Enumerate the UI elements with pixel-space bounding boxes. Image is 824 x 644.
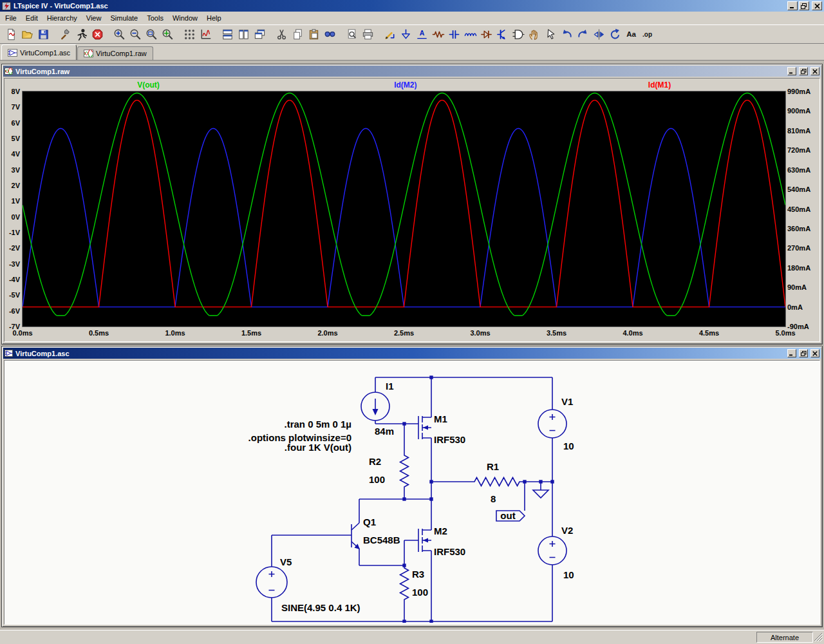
toolbar-separator xyxy=(176,26,182,42)
toolbar-resistor-button[interactable] xyxy=(430,26,446,43)
menu-edit[interactable]: Edit xyxy=(21,12,42,24)
menu-file[interactable]: File xyxy=(1,12,21,24)
directive-tran[interactable]: .tran 0 5m 0 1µ xyxy=(284,419,351,430)
component-v2[interactable]: V2 10 xyxy=(538,525,574,580)
toolbar-print-button[interactable] xyxy=(360,26,376,43)
toolbar-redo-button[interactable] xyxy=(575,26,591,43)
directive-four[interactable]: .four 1K V(out) xyxy=(285,442,351,453)
toolbar-label-net-button[interactable]: A xyxy=(414,26,430,43)
toolbar-zoom-area-button[interactable] xyxy=(144,26,160,43)
schematic-minimize-button[interactable] xyxy=(787,349,796,357)
left-axis-tick: -3V xyxy=(5,260,20,268)
resize-grip[interactable] xyxy=(814,633,823,641)
svg-text:Aa: Aa xyxy=(626,30,636,38)
toolbar-wire-button[interactable] xyxy=(382,26,398,43)
toolbar-open-button[interactable] xyxy=(19,26,35,43)
toolbar-find-button[interactable] xyxy=(322,26,338,43)
mirror-icon xyxy=(592,28,606,41)
ground-symbol[interactable] xyxy=(533,490,548,498)
trace-label-id-m1-[interactable]: Id(M1) xyxy=(648,80,671,90)
zoom-in-icon xyxy=(113,28,126,41)
trace-label-v-out-[interactable]: V(out) xyxy=(137,80,160,90)
schematic-canvas[interactable]: R2 100 R3 100 R1 8 xyxy=(5,361,819,623)
toolbar-ground-button[interactable] xyxy=(398,26,414,43)
toolbar-tile-horizontal-button[interactable] xyxy=(220,26,236,43)
v5-name: V5 xyxy=(280,556,292,567)
toolbar-paste-button[interactable] xyxy=(306,26,322,43)
r2-name: R2 xyxy=(369,456,381,467)
toolbar-diode-button[interactable] xyxy=(478,26,494,43)
left-axis-tick: 8V xyxy=(5,88,20,95)
wire-icon xyxy=(383,28,397,41)
toolbar-copy-button[interactable] xyxy=(290,26,306,43)
toolbar-mirror-button[interactable] xyxy=(591,26,607,43)
menu-simulate[interactable]: Simulate xyxy=(106,12,142,24)
toolbar-component-button[interactable] xyxy=(510,26,527,43)
schematic-restore-button[interactable] xyxy=(799,349,808,357)
restore-button[interactable] xyxy=(799,1,809,10)
waveform-plot[interactable] xyxy=(23,91,785,327)
wire[interactable] xyxy=(272,377,552,621)
toolbar-spice-directive-button[interactable]: .op xyxy=(639,26,655,43)
waveform-restore-button[interactable] xyxy=(799,67,808,75)
toolbar: AAa.op xyxy=(0,24,824,44)
menu-help[interactable]: Help xyxy=(202,12,226,24)
toolbar-cascade-button[interactable] xyxy=(252,26,268,43)
toolbar-print-preview-button[interactable] xyxy=(344,26,360,43)
toolbar-zoom-back-button[interactable] xyxy=(127,26,144,43)
toolbar-undo-button[interactable] xyxy=(559,26,575,43)
diode-icon xyxy=(480,28,493,41)
toolbar-zoom-in-button[interactable] xyxy=(111,26,127,43)
close-button[interactable] xyxy=(812,1,822,10)
toolbar-run-button[interactable] xyxy=(73,26,89,43)
toolbar-drag-button[interactable] xyxy=(543,26,559,43)
time-axis-tick: 4.0ms xyxy=(622,329,644,337)
toolbar-save-button[interactable] xyxy=(35,26,52,43)
toolbar-text-button[interactable]: Aa xyxy=(623,26,639,43)
component-r2[interactable]: R2 100 xyxy=(369,453,409,491)
left-axis-tick: -4V xyxy=(5,276,20,283)
waveform-window-titlebar[interactable]: VirtuComp1.raw xyxy=(3,66,821,77)
trace-label-id-m2-[interactable]: Id(M2) xyxy=(394,80,417,90)
schematic-pane[interactable]: R2 100 R3 100 R1 8 xyxy=(4,360,820,625)
toolbar-capacitor-button[interactable] xyxy=(446,26,462,43)
toolbar-rotate-button[interactable] xyxy=(607,26,623,43)
tab-virtucomp1-raw[interactable]: VirtuComp1.raw xyxy=(77,46,153,60)
waveform-window: VirtuComp1.raw 8V7V6V5V4V3V2V1V0V-1V-2V-… xyxy=(1,64,823,345)
toolbar-cut-button[interactable] xyxy=(274,26,290,43)
toolbar-grid-button[interactable] xyxy=(182,26,198,43)
waveform-window-icon xyxy=(5,68,13,75)
toolbar-new-schematic-button[interactable] xyxy=(3,26,19,43)
component-i1[interactable]: I1 84m xyxy=(361,381,394,437)
tile-vertical-icon xyxy=(237,28,250,41)
time-axis-tick: 2.5ms xyxy=(393,329,415,337)
tab-virtucomp1-asc[interactable]: VirtuComp1.asc xyxy=(1,44,77,60)
toolbar-bjt-button[interactable] xyxy=(494,26,510,43)
menu-hierarchy[interactable]: Hierarchy xyxy=(42,12,82,24)
toolbar-halt-button[interactable] xyxy=(89,26,106,43)
print-icon xyxy=(361,28,375,41)
menu-tools[interactable]: Tools xyxy=(142,12,168,24)
toolbar-zoom-full-button[interactable] xyxy=(160,26,176,43)
schematic-window-titlebar[interactable]: VirtuComp1.asc xyxy=(3,348,821,359)
waveform-minimize-button[interactable] xyxy=(787,67,796,75)
toolbar-autorange-button[interactable] xyxy=(198,26,214,43)
toolbar-tile-vertical-button[interactable] xyxy=(236,26,252,43)
menu-view[interactable]: View xyxy=(82,12,106,24)
component-r3[interactable]: R3 100 xyxy=(400,565,429,604)
toolbar-inductor-button[interactable] xyxy=(462,26,478,43)
waveform-close-button[interactable] xyxy=(810,67,819,75)
menu-window[interactable]: Window xyxy=(168,12,202,24)
toolbar-control-panel-button[interactable] xyxy=(57,26,73,43)
schematic-close-button[interactable] xyxy=(810,349,819,357)
net-label-out[interactable]: out xyxy=(496,510,525,521)
toolbar-move-button[interactable] xyxy=(527,26,543,43)
component-m1[interactable]: M1 IRF530 xyxy=(418,413,465,445)
waveform-traces xyxy=(23,91,785,327)
toolbar-separator xyxy=(338,26,344,42)
minimize-button[interactable] xyxy=(787,1,798,10)
component-v1[interactable]: V1 10 xyxy=(538,396,574,451)
waveform-pane[interactable]: 8V7V6V5V4V3V2V1V0V-1V-2V-3V-4V-5V-6V-7V9… xyxy=(4,78,820,342)
r1-value: 8 xyxy=(491,493,496,504)
component-r1[interactable]: R1 8 xyxy=(472,461,523,504)
